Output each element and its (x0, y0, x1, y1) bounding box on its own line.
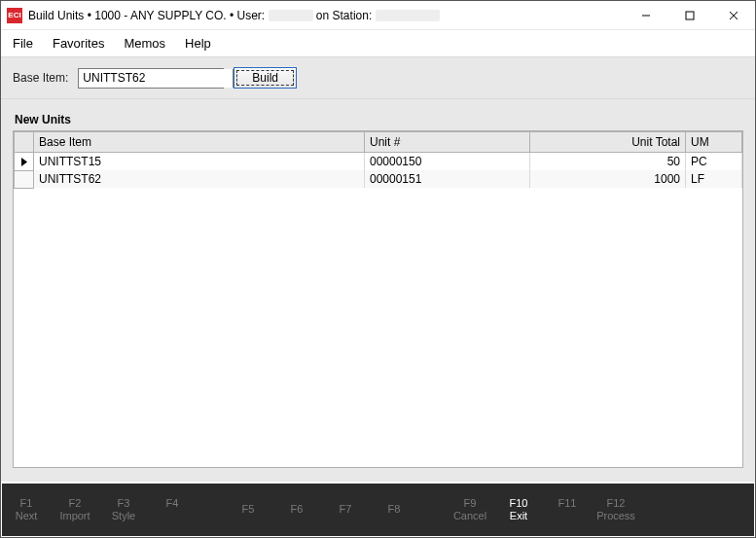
fkey-label: Import (51, 510, 99, 522)
fkey-key: F1 (2, 497, 51, 510)
row-selector[interactable] (15, 153, 34, 171)
cell-um[interactable]: LF (686, 170, 742, 188)
table-row[interactable]: UNITTST150000015050PC (15, 153, 742, 171)
fkey-f11[interactable]: F11 (543, 493, 592, 526)
new-units-heading: New Units (15, 113, 743, 126)
function-key-bar: F1NextF2ImportF3StyleF4 F5F6F7F8 F9Cance… (2, 484, 754, 536)
fkey-key: F5 (224, 503, 272, 516)
fkey-f7[interactable]: F7 (321, 499, 370, 520)
fkey-key: F6 (272, 503, 321, 516)
fkey-f3[interactable]: F3Style (99, 493, 148, 526)
maximize-button[interactable] (667, 1, 711, 29)
cell-base-item[interactable]: UNITTST15 (34, 153, 365, 171)
fkey-label: Style (99, 510, 148, 522)
fkey-f6[interactable]: F6 (272, 499, 321, 520)
fkey-f9[interactable]: F9Cancel (446, 493, 494, 526)
fkey-f12[interactable]: F12Process (592, 493, 640, 526)
fkey-f8[interactable]: F8 (370, 499, 418, 520)
col-um[interactable]: UM (686, 132, 742, 153)
fkey-f5[interactable]: F5 (224, 499, 272, 520)
minimize-button[interactable] (624, 1, 667, 29)
fkey-label: Cancel (446, 510, 494, 522)
col-base-item[interactable]: Base Item (34, 132, 365, 153)
cell-unit-total[interactable]: 50 (530, 153, 686, 171)
svg-rect-1 (686, 12, 694, 19)
fkey-key: F7 (321, 503, 370, 516)
current-row-icon (21, 158, 27, 166)
fkey-f4[interactable]: F4 (148, 493, 197, 526)
menu-memos[interactable]: Memos (116, 34, 173, 53)
row-selector-header (15, 132, 34, 153)
menu-file[interactable]: File (5, 34, 41, 53)
fkey-key: F3 (99, 497, 148, 510)
fkey-key: F2 (51, 497, 99, 510)
fkey-f1[interactable]: F1Next (2, 493, 51, 526)
cell-um[interactable]: PC (686, 153, 742, 171)
fkey-label: Next (2, 510, 51, 522)
fkey-f2[interactable]: F2Import (51, 493, 99, 526)
app-icon: ECI (7, 8, 22, 23)
fkey-f10[interactable]: F10Exit (494, 493, 543, 526)
fkey-key: F10 (494, 497, 543, 510)
table-row[interactable]: UNITTST62000001511000LF (15, 170, 742, 188)
row-selector[interactable] (15, 170, 34, 188)
cell-unit-total[interactable]: 1000 (530, 170, 686, 188)
fkey-key: F11 (543, 497, 592, 510)
svg-marker-5 (21, 158, 27, 166)
menu-favorites[interactable]: Favorites (45, 34, 112, 53)
base-item-input[interactable] (79, 69, 233, 88)
cell-unit-no[interactable]: 00000150 (365, 153, 530, 171)
close-button[interactable] (711, 1, 755, 29)
new-units-grid[interactable]: Base Item Unit # Unit Total UM UNITTST15… (13, 130, 743, 468)
base-item-combo[interactable] (78, 68, 224, 89)
base-item-label: Base Item: (13, 71, 68, 85)
fkey-label: Process (592, 510, 640, 522)
cell-base-item[interactable]: UNITTST62 (34, 170, 365, 188)
menubar: File Favorites Memos Help (1, 30, 755, 56)
cell-unit-no[interactable]: 00000151 (365, 170, 530, 188)
col-unit-no[interactable]: Unit # (365, 132, 530, 153)
titlebar: ECI Build Units • 1000 - ANY SUPPLY CO. … (1, 1, 755, 30)
build-button[interactable]: Build (234, 67, 297, 89)
fkey-key: F9 (446, 497, 494, 510)
menu-help[interactable]: Help (177, 34, 219, 53)
col-unit-total[interactable]: Unit Total (530, 132, 686, 153)
fkey-key: F12 (592, 497, 640, 510)
fkey-label: Exit (494, 510, 543, 522)
window-title: Build Units • 1000 - ANY SUPPLY CO. • Us… (28, 9, 624, 22)
fkey-key: F4 (148, 497, 197, 510)
fkey-key: F8 (370, 503, 418, 516)
toolbar: Base Item: Build (1, 56, 755, 99)
content-area: New Units Base Item Unit # Unit Total UM… (1, 99, 755, 482)
